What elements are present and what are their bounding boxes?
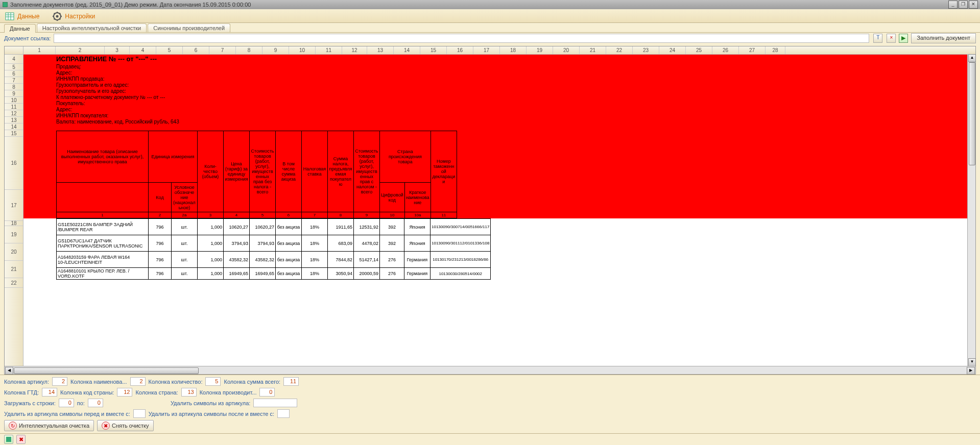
- table-row[interactable]: A1648810101 КРЫЛО ПЕР. ЛЕВ. / VORD.KOTF7…: [57, 268, 491, 280]
- row-header[interactable]: 7: [5, 77, 23, 84]
- grid-body: 45678910111213141516171819202122 ИСПРАВЛ…: [5, 55, 975, 366]
- column-header[interactable]: 16: [447, 46, 473, 54]
- tab-intel-clean[interactable]: Настройка интеллектуальной очистки: [37, 23, 147, 32]
- tab-data[interactable]: Данные: [4, 24, 36, 33]
- col-qty-input[interactable]: 5: [205, 377, 221, 386]
- column-header[interactable]: 23: [633, 46, 659, 54]
- fill-document-button[interactable]: Заполнить документ: [911, 33, 976, 43]
- column-header[interactable]: 13: [367, 46, 394, 54]
- column-header[interactable]: 3: [105, 46, 130, 54]
- clear-button[interactable]: ×: [887, 34, 896, 43]
- column-header[interactable]: 7: [209, 46, 236, 54]
- scroll-down-arrow[interactable]: ▼: [968, 358, 976, 366]
- row-header[interactable]: 16: [5, 137, 23, 190]
- column-header[interactable]: 2: [56, 46, 105, 54]
- column-header[interactable]: 18: [500, 46, 527, 54]
- strip-after-input[interactable]: [277, 409, 290, 418]
- column-header[interactable]: 20: [553, 46, 580, 54]
- clear-clean-button[interactable]: ✖ Снять очистку: [97, 420, 154, 431]
- col-sum-input[interactable]: 11: [283, 377, 299, 386]
- column-header[interactable]: 11: [316, 46, 342, 54]
- column-header[interactable]: 6: [183, 46, 209, 54]
- column-header[interactable]: 5: [156, 46, 183, 54]
- column-header[interactable]: 14: [394, 46, 420, 54]
- document-link-input[interactable]: [54, 34, 869, 43]
- column-header[interactable]: 9: [262, 46, 289, 54]
- col-gtd-input[interactable]: 14: [42, 388, 57, 397]
- col-country-label: Колонка страна:: [135, 389, 178, 395]
- restore-button[interactable]: ❐: [959, 1, 968, 9]
- invoice-title: ИСПРАВЛЕНИЕ № --- от "---" ---: [56, 55, 157, 63]
- invoice-line: Покупатель:: [56, 101, 85, 106]
- intel-clean-button[interactable]: ↻ Интеллектуальная очистка: [4, 420, 94, 431]
- minimize-button[interactable]: _: [948, 1, 958, 9]
- cancel-icon: ✖: [102, 422, 110, 430]
- text-mode-button[interactable]: T: [873, 34, 882, 43]
- column-header[interactable]: 12: [342, 46, 367, 54]
- row-header[interactable]: 14: [5, 123, 23, 130]
- table-row[interactable]: A1648203159 ФАРА ЛЕВАЯ W164 10-/LEUCHTEI…: [57, 252, 491, 268]
- tab-synonyms[interactable]: Синонимы производителей: [148, 23, 230, 32]
- row-header[interactable]: 12: [5, 110, 23, 117]
- load-to-input[interactable]: 0: [88, 399, 103, 407]
- row-header[interactable]: 6: [5, 70, 23, 77]
- scroll-right-arrow[interactable]: ▶: [967, 367, 975, 375]
- table-row[interactable]: GS1D67UC1A47 ДАТЧИК ПАРКТРОНИКА/SENSOR U…: [57, 235, 491, 252]
- row-header[interactable]: 4: [5, 55, 23, 64]
- vscroll-thumb[interactable]: [969, 62, 975, 165]
- row-header[interactable]: 20: [5, 243, 23, 261]
- column-header[interactable]: 26: [712, 46, 739, 54]
- close-button[interactable]: ✕: [969, 1, 978, 9]
- ribbon-tab-settings[interactable]: Настройки: [52, 10, 98, 22]
- row-header[interactable]: 13: [5, 117, 23, 123]
- strip-chars-input[interactable]: [253, 399, 297, 407]
- column-header[interactable]: 27: [739, 46, 766, 54]
- row-header[interactable]: 15: [5, 130, 23, 137]
- hscroll-thumb[interactable]: [14, 367, 199, 374]
- col-ccode-input[interactable]: 12: [117, 388, 132, 397]
- strip-before-input[interactable]: [133, 409, 146, 418]
- row-header[interactable]: 22: [5, 278, 23, 288]
- invoice-line: К платежно-расчетному документу № --- от…: [56, 94, 165, 100]
- scroll-up-arrow[interactable]: ▲: [968, 54, 976, 62]
- col-name-input[interactable]: 2: [130, 377, 146, 386]
- ribbon-tab-data[interactable]: Данные: [4, 10, 42, 22]
- column-header[interactable]: 10: [289, 46, 316, 54]
- column-header[interactable]: 22: [606, 46, 633, 54]
- column-header[interactable]: 25: [686, 46, 712, 54]
- bottom-panel: Колонка артикул: 2 Колонка наименова... …: [0, 375, 980, 433]
- column-header[interactable]: 15: [420, 46, 447, 54]
- horizontal-scrollbar[interactable]: ◀ ▶: [5, 366, 975, 374]
- table-row[interactable]: GS1E50221C8N БАМПЕР ЗАДНИЙ /BUMPER REAR7…: [57, 219, 491, 235]
- row-header[interactable]: 21: [5, 261, 23, 278]
- column-header[interactable]: 1: [23, 46, 56, 54]
- row-header[interactable]: 19: [5, 226, 23, 243]
- row-header[interactable]: 11: [5, 104, 23, 110]
- row-header[interactable]: 8: [5, 84, 23, 90]
- run-button[interactable]: ▶: [899, 34, 908, 43]
- load-from-input[interactable]: 0: [59, 399, 74, 407]
- column-header[interactable]: 28: [766, 46, 785, 54]
- statusbar: ✖: [0, 433, 980, 445]
- cells-area[interactable]: ИСПРАВЛЕНИЕ № --- от "---" ---Продавец:А…: [23, 55, 975, 366]
- column-header[interactable]: 21: [580, 46, 606, 54]
- status-close-icon[interactable]: ✖: [16, 435, 26, 444]
- column-header[interactable]: 4: [130, 46, 156, 54]
- col-country-input[interactable]: 13: [181, 388, 197, 397]
- status-save-icon[interactable]: [4, 435, 13, 444]
- row-header[interactable]: 18: [5, 221, 23, 226]
- corner-cell: [5, 46, 23, 54]
- column-header[interactable]: 24: [659, 46, 686, 54]
- row-header[interactable]: 9: [5, 90, 23, 97]
- col-manuf-input[interactable]: 0: [259, 388, 275, 397]
- column-header[interactable]: 19: [527, 46, 553, 54]
- col-article-input[interactable]: 2: [52, 377, 67, 386]
- column-header[interactable]: 17: [473, 46, 500, 54]
- vertical-scrollbar[interactable]: ▲ ▼: [967, 54, 975, 366]
- row-header[interactable]: 10: [5, 97, 23, 104]
- row-header[interactable]: 5: [5, 64, 23, 70]
- svg-point-7: [56, 15, 59, 18]
- row-header[interactable]: 17: [5, 190, 23, 221]
- scroll-left-arrow[interactable]: ◀: [5, 367, 13, 375]
- column-header[interactable]: 8: [236, 46, 262, 54]
